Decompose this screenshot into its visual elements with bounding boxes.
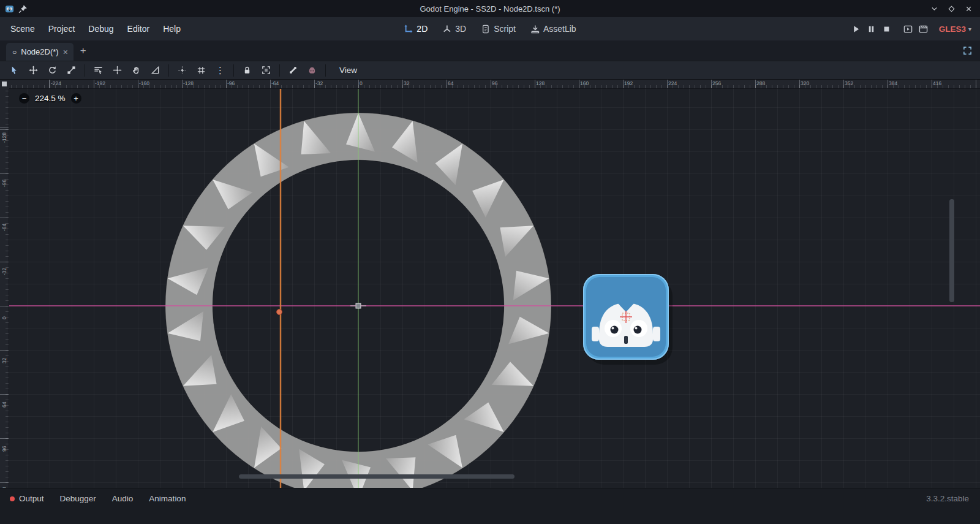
renderer-label: GLES3 — [939, 25, 966, 34]
node2d-icon: ○ — [12, 48, 17, 56]
stop-button[interactable] — [882, 25, 891, 34]
menu-debug[interactable]: Debug — [81, 24, 120, 34]
rotate-tool-icon — [48, 66, 57, 75]
zoom-controls: − 224.5 % + — [19, 93, 81, 104]
menu-project[interactable]: Project — [42, 24, 82, 34]
ruler-tick-label: 352 — [845, 80, 853, 86]
workspace-assetlib[interactable]: AssetLib — [525, 24, 582, 34]
ruler-tick-label: -192 — [95, 80, 105, 86]
toolbar-separator — [233, 64, 234, 77]
window-title: Godot Engine - SS2D - Node2D.tscn (*) — [0, 4, 980, 13]
pivot-tool-icon — [113, 66, 122, 75]
scene-tab-node2d[interactable]: ○ Node2D(*) × — [6, 43, 74, 61]
play-scene-button[interactable] — [903, 25, 913, 34]
zoom-level[interactable]: 224.5 % — [35, 94, 66, 103]
pan-tool-button[interactable] — [127, 63, 146, 78]
horizontal-ruler[interactable]: -224-192-160-128-96-64-32032649612816019… — [9, 80, 980, 89]
zoom-in-button[interactable]: + — [71, 93, 81, 104]
ruler-tick-label: 128 — [1, 487, 7, 488]
play-custom-scene-button[interactable] — [919, 25, 928, 34]
godot-editor-window: Godot Engine - SS2D - Node2D.tscn (*) Sc… — [0, 0, 980, 524]
select-tool-button[interactable] — [5, 63, 24, 78]
path-point[interactable] — [277, 309, 282, 315]
group-object-button[interactable] — [257, 63, 276, 78]
move-tool-icon — [29, 66, 38, 75]
rotate-tool-button[interactable] — [43, 63, 62, 78]
ruler-tick-label: -32 — [1, 268, 7, 275]
scale-tool-button[interactable] — [62, 63, 81, 78]
ruler-tick-label: 384 — [889, 80, 897, 86]
workspace-3d[interactable]: 3D — [437, 24, 472, 34]
ruler-tick-label: -160 — [139, 80, 149, 86]
toolbar-separator — [279, 64, 280, 77]
window-shade-button[interactable] — [930, 5, 938, 13]
panel-debugger[interactable]: Debugger — [52, 494, 104, 503]
renderer-select[interactable]: GLES3 ▾ — [939, 25, 971, 34]
smart-snap-button[interactable] — [173, 63, 192, 78]
zoom-out-button[interactable]: − — [19, 93, 29, 104]
panel-output[interactable]: Output — [10, 494, 52, 503]
main-menus: SceneProjectDebugEditorHelp — [0, 24, 187, 34]
godot-icon-sprite[interactable] — [583, 274, 669, 360]
canvas-area[interactable]: − 224.5 % + — [9, 89, 980, 488]
workspace-2d[interactable]: 2D — [398, 24, 433, 34]
ruler-tick-label: 0 — [360, 80, 363, 86]
canvas-toolbar: ⋮View — [0, 61, 980, 80]
ruler-tick-label: 128 — [536, 80, 545, 86]
window-close-button[interactable] — [965, 5, 973, 13]
pivot-tool-button[interactable] — [108, 63, 127, 78]
ruler-origin-button[interactable] — [0, 80, 9, 89]
assetlib-icon — [530, 25, 540, 34]
play-button[interactable] — [851, 25, 861, 34]
skeleton-color-icon — [307, 66, 317, 75]
ruler-tool-icon — [151, 66, 160, 75]
panel-audio[interactable]: Audio — [104, 494, 141, 503]
snap-options-button[interactable]: ⋮ — [211, 63, 230, 78]
scene-tab-label: Node2D(*) — [21, 47, 58, 56]
v-scrollbar[interactable] — [949, 199, 954, 302]
panel-animation[interactable]: Animation — [141, 494, 194, 503]
select-tool-icon — [10, 66, 19, 75]
ruler-tool-button[interactable] — [146, 63, 165, 78]
ruler-tick-label: -64 — [1, 224, 7, 231]
script-icon — [481, 25, 490, 34]
vertical-ruler[interactable]: -128-96-64-320326496128 — [0, 89, 9, 488]
move-tool-button[interactable] — [24, 63, 43, 78]
skeleton-options-button[interactable] — [284, 63, 303, 78]
ruler-tick-label: 32 — [1, 358, 7, 363]
ruler-tick-label: -128 — [183, 80, 194, 86]
smart-snap-icon — [178, 66, 187, 75]
version-label: 3.3.2.stable — [926, 494, 969, 503]
overflow-menu-icon: ⋮ — [216, 65, 225, 76]
ruler-tick-label: 192 — [624, 80, 633, 86]
menu-help[interactable]: Help — [156, 24, 187, 34]
ruler-tick-label: 64 — [1, 402, 7, 408]
scale-tool-icon — [67, 66, 76, 75]
scene-canvas[interactable] — [9, 89, 980, 488]
menu-scene[interactable]: Scene — [4, 24, 42, 34]
lock-object-button[interactable] — [238, 63, 257, 78]
toolbar-separator — [168, 64, 169, 77]
run-controls: GLES3 ▾ — [851, 25, 980, 34]
view-menu-button[interactable]: View — [332, 66, 364, 75]
ruler-tick-label: -96 — [1, 180, 7, 187]
grid-snap-button[interactable] — [192, 63, 211, 78]
godot-logo-icon — [5, 4, 14, 13]
tab-close-icon[interactable]: × — [63, 48, 68, 56]
distraction-free-button[interactable] — [963, 46, 972, 55]
list-select-tool-button[interactable] — [89, 63, 108, 78]
pin-icon[interactable] — [18, 4, 28, 13]
new-scene-tab-button[interactable]: + — [74, 45, 93, 56]
ruler-tick-label: 256 — [712, 80, 721, 86]
menu-editor[interactable]: Editor — [121, 24, 157, 34]
origin-gizmo[interactable] — [350, 303, 366, 308]
pause-button[interactable] — [867, 25, 876, 34]
h-scrollbar[interactable] — [239, 474, 514, 479]
workspace-script[interactable]: Script — [475, 24, 521, 34]
window-maximize-button[interactable] — [948, 5, 956, 13]
workspace-switcher: 2D3DScriptAssetLib — [398, 24, 581, 34]
skeleton-color-button[interactable] — [303, 63, 322, 78]
menubar: SceneProjectDebugEditorHelp 2D3DScriptAs… — [0, 17, 980, 40]
ruler-tick-label: 96 — [1, 446, 7, 452]
group-object-icon — [262, 66, 271, 75]
